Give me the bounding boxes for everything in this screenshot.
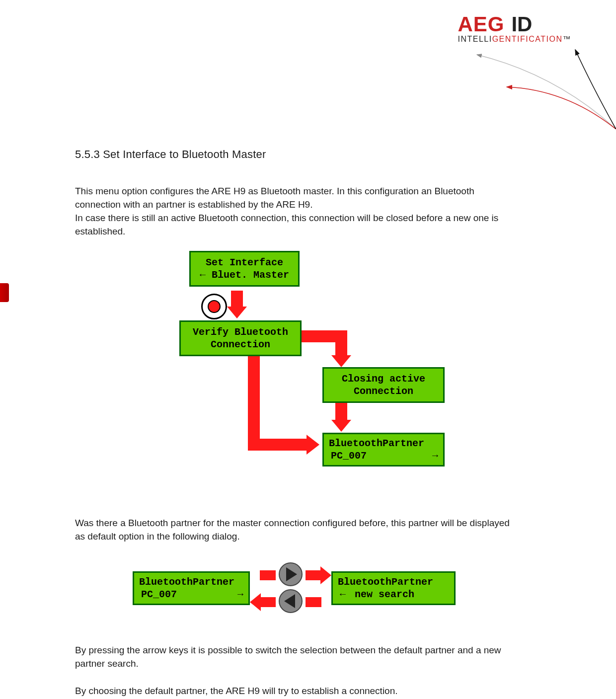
box-set-interface-line2: ← Bluet. Master — [194, 269, 295, 281]
svg-marker-10 — [331, 420, 351, 432]
box-closing-line1: Closing active — [327, 373, 440, 385]
middle-paragraph: Was there a Bluetooth partner for the ma… — [75, 517, 510, 544]
intro-paragraph-1: This menu option configures the ARE H9 a… — [75, 185, 510, 212]
box-bt-partner2-line1: BluetoothPartner — [139, 576, 245, 588]
box-bt-partner2-line2: PC_007 — [141, 588, 177, 601]
arrow-left-icon: ← — [340, 588, 346, 601]
box-set-interface-line1: Set Interface — [194, 256, 295, 269]
logo-id: ID — [511, 14, 532, 35]
box-bt-partner-line2: PC_007 — [331, 450, 367, 462]
svg-rect-15 — [306, 570, 321, 580]
flow-diagram-1: Set Interface ← Bluet. Master Verify Blu… — [134, 251, 457, 512]
svg-rect-18 — [260, 597, 276, 607]
svg-marker-13 — [307, 435, 319, 455]
svg-marker-19 — [250, 593, 261, 611]
svg-rect-12 — [248, 439, 308, 451]
nav-right-button-icon — [279, 562, 303, 586]
box-bt-partner: BluetoothPartner PC_007 → — [322, 433, 445, 466]
para-default-partner: By choosing the default partner, the ARE… — [75, 685, 510, 698]
box-verify-line1: Verify Bluetooth — [184, 326, 297, 338]
arrow-right-icon: → — [432, 450, 438, 462]
svg-marker-8 — [331, 355, 351, 367]
box-closing-line2: Connection — [327, 385, 440, 397]
main-button-icon — [201, 294, 227, 319]
svg-rect-9 — [335, 401, 347, 421]
svg-rect-11 — [248, 354, 260, 449]
box-verify-line2: Connection — [184, 338, 297, 351]
box-set-interface: Set Interface ← Bluet. Master — [189, 251, 300, 287]
box-closing-connection: Closing active Connection — [322, 367, 445, 403]
svg-marker-5 — [227, 307, 247, 318]
box-verify-connection: Verify Bluetooth Connection — [179, 320, 302, 356]
svg-marker-16 — [320, 566, 331, 584]
logo-tagline: INTELLIGENTIFICATION™ — [458, 35, 571, 44]
section-heading: 5.5.3 Set Interface to Bluetooth Master — [75, 148, 510, 161]
flow-diagram-2: BluetoothPartner PC_007 → BluetoothPartn… — [120, 557, 467, 627]
nav-left-button-icon — [279, 589, 303, 613]
svg-rect-4 — [231, 291, 243, 308]
svg-rect-7 — [335, 330, 347, 356]
box-new-search-line2: new search — [355, 588, 414, 601]
intro-paragraph-2: In case there is still an active Bluetoo… — [75, 212, 510, 238]
logo-brand: AEG — [458, 14, 504, 35]
box-new-search: BluetoothPartner ← new search — [331, 571, 456, 605]
box-bt-partner-2: BluetoothPartner PC_007 → — [133, 571, 250, 605]
svg-rect-17 — [306, 597, 321, 607]
arrow-right-icon: → — [237, 588, 243, 601]
box-bt-partner-line1: BluetoothPartner — [329, 437, 440, 450]
svg-rect-14 — [260, 570, 276, 580]
side-tab-marker — [0, 283, 9, 302]
box-new-search-line1: BluetoothPartner — [338, 576, 451, 588]
para-arrow-keys: By pressing the arrow keys it is possibl… — [75, 644, 510, 671]
logo-block: AEG ID INTELLIGENTIFICATION™ — [458, 14, 571, 44]
